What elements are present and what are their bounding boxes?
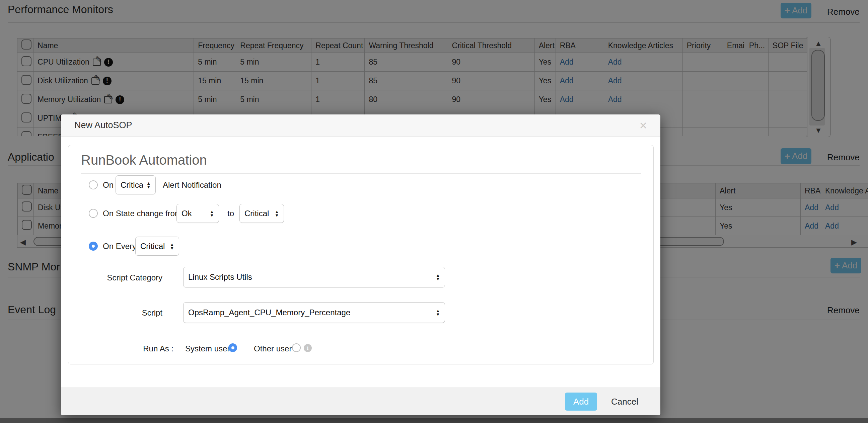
runbook-automation-heading: RunBook Automation [81, 153, 207, 168]
modal-title: New AutoSOP [74, 120, 132, 131]
select-arrows-icon: ▲▼ [436, 273, 440, 281]
option-label: On [103, 181, 114, 190]
new-autosop-modal: New AutoSOP × RunBook Automation On Crit… [61, 115, 660, 415]
severity-select[interactable]: Critical ▲▼ [116, 175, 156, 194]
state-to-select[interactable]: Critical ▲▼ [240, 204, 284, 223]
select-arrows-icon: ▲▼ [210, 210, 214, 217]
option-label: to [227, 209, 234, 218]
radio-system-user[interactable] [228, 344, 237, 352]
radio-on-alert-notification[interactable] [89, 181, 98, 189]
runbook-automation-card: RunBook Automation On Critical ▲▼ Alert … [68, 145, 654, 364]
modal-header: New AutoSOP × [61, 115, 660, 136]
option-label: On Every [103, 241, 136, 251]
other-user-label: Other user [254, 344, 292, 353]
info-icon[interactable]: i [304, 344, 312, 352]
script-category-label: Script Category [68, 273, 162, 283]
select-arrows-icon: ▲▼ [146, 182, 151, 189]
close-icon[interactable]: × [640, 119, 647, 132]
radio-other-user[interactable] [292, 344, 301, 352]
modal-footer: Add Cancel [61, 388, 660, 415]
modal-cancel-link[interactable]: Cancel [611, 397, 638, 407]
on-every-severity-select[interactable]: Critical ▲▼ [135, 237, 179, 256]
select-arrows-icon: ▲▼ [436, 309, 440, 316]
radio-on-state-change[interactable] [89, 209, 98, 218]
state-from-select[interactable]: Ok ▲▼ [177, 204, 219, 223]
run-as-label: Run As : [68, 344, 174, 353]
select-arrows-icon: ▲▼ [170, 242, 174, 250]
radio-on-every[interactable] [89, 241, 98, 251]
option-label: Alert Notification [163, 181, 221, 190]
divider [81, 173, 641, 174]
option-label: On State change from [103, 209, 182, 218]
select-arrows-icon: ▲▼ [275, 210, 279, 217]
script-select[interactable]: OpsRamp_Agent_CPU_Memory_Percentage ▲▼ [183, 302, 445, 323]
system-user-label: System user [185, 344, 230, 353]
script-category-select[interactable]: Linux Scripts Utils ▲▼ [183, 267, 445, 288]
page-bottom-strip [0, 418, 868, 423]
script-label: Script [68, 308, 162, 318]
modal-add-button[interactable]: Add [565, 393, 597, 411]
